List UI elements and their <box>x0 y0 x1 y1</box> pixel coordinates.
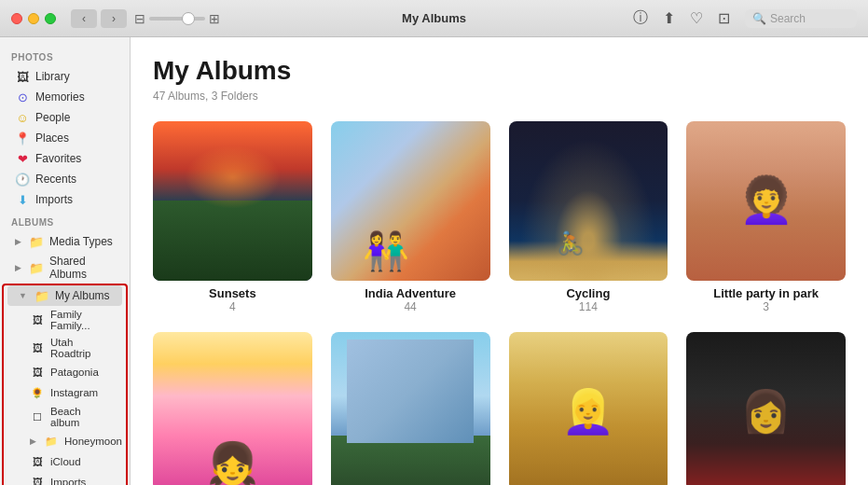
sidebar-item-places[interactable]: 📍 Places <box>4 128 126 148</box>
sidebar-item-label: Instagram <box>50 387 98 398</box>
sidebar-item-label: Patagonia <box>50 367 99 378</box>
sidebar-item-my-albums[interactable]: ▼ 📁 My Albums <box>7 285 122 306</box>
sidebar-item-instagram[interactable]: 🌻 Instagram <box>7 382 122 403</box>
expand-icon-my-albums: ▼ <box>19 291 27 300</box>
sidebar-item-imports[interactable]: ⬇ Imports <box>4 189 126 210</box>
search-bar[interactable]: 🔍 <box>745 9 857 28</box>
album-flower[interactable]: 👱‍♀️ Flower Garden 8 <box>509 332 668 485</box>
back-button[interactable]: ‹ <box>71 9 97 28</box>
add-to-album-icon[interactable]: ⊡ <box>718 9 730 27</box>
my-albums-icon: 📁 <box>34 288 49 303</box>
album-count-india: 44 <box>331 300 490 313</box>
sidebar-item-label: Imports <box>35 193 73 206</box>
album-party[interactable]: 👩‍🦱 Little party in park 3 <box>686 121 846 313</box>
album-gardens[interactable]: Gardens 24 <box>331 332 490 485</box>
zoom-slider[interactable] <box>149 17 205 21</box>
slider-thumb[interactable] <box>182 12 195 25</box>
sidebar-item-favorites[interactable]: ❤ Favorites <box>4 148 126 169</box>
sidebar-item-utah-roadtrip[interactable]: 🖼 Utah Roadtrip <box>7 334 122 362</box>
sidebar-item-label: Beach album <box>50 406 111 428</box>
zoom-out-icon: ⊟ <box>134 11 145 26</box>
sidebar-item-label: Library <box>35 70 70 83</box>
albums-grid: Sunsets 4 👫 India Adventure 44 🚴 Cycling… <box>153 121 846 485</box>
instagram-icon: 🌻 <box>30 385 45 400</box>
sidebar-item-label: iCloud <box>50 456 81 467</box>
window-title: My Albums <box>402 11 466 25</box>
places-icon: 📍 <box>15 131 30 146</box>
imports2-icon: 🖼 <box>30 475 45 485</box>
album-thumb-india: 👫 <box>331 121 490 281</box>
album-thumb-party: 👩‍🦱 <box>686 121 846 281</box>
sidebar-item-label: Recents <box>35 173 76 186</box>
sidebar-item-patagonia[interactable]: 🖼 Patagonia <box>7 362 122 382</box>
album-sunsets[interactable]: Sunsets 4 <box>153 121 312 313</box>
album-india[interactable]: 👫 India Adventure 44 <box>331 121 490 313</box>
album-thumb-cycling: 🚴 <box>509 121 668 281</box>
sidebar-item-media-types[interactable]: ▶ 📁 Media Types <box>4 231 126 252</box>
sidebar-item-icloud[interactable]: 🖼 iCloud <box>7 451 122 472</box>
minimize-button[interactable] <box>28 13 39 24</box>
sidebar-item-library[interactable]: 🖼 Library <box>4 66 126 87</box>
sidebar-item-label: Shared Albums <box>49 255 115 281</box>
app-content: Photos 🖼 Library ⊙ Memories ☺ People 📍 P… <box>0 37 868 485</box>
album-name-india: India Adventure <box>331 286 490 300</box>
album-thumb-goal: 👩 <box>686 332 846 485</box>
my-albums-section: ▼ 📁 My Albums 🖼 Family Family... 🖼 Utah … <box>2 284 128 485</box>
sidebar-item-recents[interactable]: 🕐 Recents <box>4 169 126 189</box>
honeymoon-icon: 📁 <box>44 434 59 449</box>
album-name-sunsets: Sunsets <box>153 286 312 300</box>
sidebar-item-label: Imports <box>50 477 86 485</box>
utah-icon: 🖼 <box>30 340 45 355</box>
patagonia-icon: 🖼 <box>30 365 45 380</box>
album-goal[interactable]: 👩 Goal! 12 <box>686 332 846 485</box>
album-thumb-gardens <box>331 332 490 485</box>
sidebar-item-label: Favorites <box>35 152 81 165</box>
album-hawaii[interactable]: 👧 Hawaii visit 2 <box>153 332 312 485</box>
titlebar-actions: ⓘ ⬆ ♡ ⊡ 🔍 <box>633 8 857 28</box>
main-area: My Albums 47 Albums, 3 Folders Sunsets 4… <box>131 37 868 485</box>
search-input[interactable] <box>770 12 849 25</box>
sidebar-item-shared-albums[interactable]: ▶ 📁 Shared Albums <box>4 252 126 284</box>
albums-section-header: Albums <box>0 210 130 231</box>
album-cycling[interactable]: 🚴 Cycling 114 <box>509 121 668 313</box>
share-icon[interactable]: ⬆ <box>663 9 675 27</box>
nav-buttons: ‹ › <box>71 9 127 28</box>
album-thumb-hawaii: 👧 <box>153 332 312 485</box>
heart-icon[interactable]: ♡ <box>690 9 703 27</box>
sidebar-item-imports2[interactable]: 🖼 Imports <box>7 472 122 485</box>
sidebar-item-memories[interactable]: ⊙ Memories <box>4 87 126 107</box>
shared-albums-icon: 📁 <box>29 260 44 275</box>
beach-icon: ☐ <box>30 409 45 424</box>
album-count-cycling: 114 <box>509 300 668 313</box>
photos-section-header: Photos <box>0 45 130 66</box>
expand-icon-shared: ▶ <box>15 263 21 272</box>
sidebar-item-label: Memories <box>35 90 85 104</box>
sidebar-item-family-family[interactable]: 🖼 Family Family... <box>7 306 122 334</box>
albums-count: 47 Albums, 3 Folders <box>153 90 846 103</box>
family-icon: 🖼 <box>30 312 45 327</box>
sidebar-item-label: Honeymoon <box>64 436 122 447</box>
sidebar-item-label: Media Types <box>49 235 113 248</box>
titlebar: ‹ › ⊟ ⊞ My Albums ⓘ ⬆ ♡ ⊡ 🔍 <box>0 0 868 37</box>
info-icon[interactable]: ⓘ <box>633 8 648 28</box>
album-thumb-flower: 👱‍♀️ <box>509 332 668 485</box>
album-name-party: Little party in park <box>686 286 846 300</box>
forward-button[interactable]: › <box>101 9 127 28</box>
people-icon: ☺ <box>15 110 30 125</box>
memories-icon: ⊙ <box>15 90 30 104</box>
zoom-in-icon: ⊞ <box>209 11 220 26</box>
page-title: My Albums <box>153 56 846 86</box>
sidebar: Photos 🖼 Library ⊙ Memories ☺ People 📍 P… <box>0 37 131 485</box>
close-button[interactable] <box>11 13 22 24</box>
sidebar-item-label: Utah Roadtrip <box>50 337 111 359</box>
recents-icon: 🕐 <box>15 172 30 187</box>
album-thumb-sunsets <box>153 121 312 281</box>
sidebar-item-label: My Albums <box>55 289 110 302</box>
maximize-button[interactable] <box>45 13 56 24</box>
sidebar-item-people[interactable]: ☺ People <box>4 107 126 128</box>
library-icon: 🖼 <box>15 69 30 84</box>
sidebar-item-honeymoon[interactable]: ▶ 📁 Honeymoon <box>7 431 122 451</box>
album-name-cycling: Cycling <box>509 286 668 300</box>
sidebar-item-beach-album[interactable]: ☐ Beach album <box>7 403 122 431</box>
sidebar-item-label: Family Family... <box>50 309 111 331</box>
